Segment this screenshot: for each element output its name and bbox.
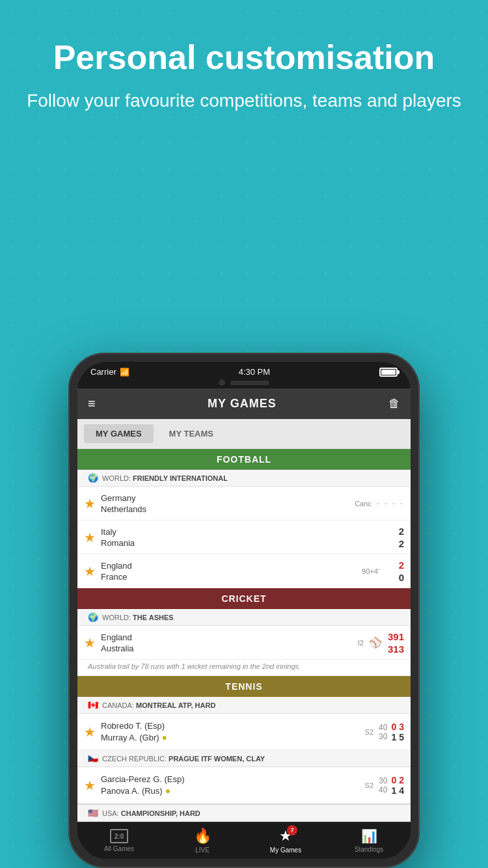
points-col: 40 30 — [379, 723, 387, 741]
camera-dot — [219, 379, 225, 386]
match-teams: Germany Netherlands — [101, 493, 355, 514]
match-status: I2 — [358, 639, 364, 647]
team-name: Germany — [101, 493, 355, 503]
app-screen: ≡ MY GAMES 🗑 MY GAMES MY TEAMS FOOTBALL … — [77, 388, 411, 822]
league-flag: 🇨🇿 — [88, 753, 98, 763]
score-col2: 2 4 — [399, 775, 404, 796]
match-row-tennis-2: ★ Garcia-Perez G. (Esp) Panova A. (Rus) … — [77, 767, 411, 804]
cricket-note: Australia trail by 78 runs with 1 wicket… — [77, 660, 411, 676]
score-value: 2 — [399, 538, 404, 549]
favorite-star[interactable]: ★ — [84, 496, 96, 511]
score-col2: 3 5 — [399, 722, 404, 742]
badge-count: 7 — [287, 825, 297, 835]
favorite-star[interactable]: ★ — [84, 530, 96, 545]
hero-title: Personal customisation — [26, 39, 462, 76]
league-name: USA: CHAMPIONSHIP, HARD — [102, 809, 200, 817]
phone-mockup: Carrier 📶 4:30 PM ≡ MY GAMES 🗑 — [68, 353, 420, 868]
sport-header-cricket: CRICKET — [77, 588, 411, 609]
trash-icon[interactable]: 🗑 — [388, 397, 400, 411]
set-info: S2 — [365, 728, 373, 736]
app-header: ≡ MY GAMES 🗑 — [77, 388, 411, 419]
league-name: CZECH REPUBLIC: PRAGUE ITF WOMEN, CLAY — [102, 755, 265, 763]
speaker-bar — [230, 381, 269, 385]
team-name: England — [101, 561, 362, 571]
tab-my-games[interactable]: MY GAMES — [84, 424, 154, 443]
league-flag: 🌍 — [88, 473, 98, 483]
match-row-tennis: ★ Robredo T. (Esp) Murray A. (Gbr) ● S2 … — [77, 714, 411, 750]
nav-label: All Games — [104, 845, 134, 852]
nav-standings[interactable]: 📊 Standings — [327, 822, 411, 859]
match-row: ★ Italy Romania 2 2 — [77, 521, 411, 554]
score-value: 313 — [388, 644, 404, 655]
match-row: ★ Germany Netherlands Canc - - - - — [77, 487, 411, 521]
tab-my-teams[interactable]: MY TEAMS — [157, 424, 225, 443]
nav-all-games[interactable]: 2:0 All Games — [77, 822, 161, 859]
favorite-star[interactable]: ★ — [84, 635, 96, 651]
bottom-nav: 2:0 All Games 🔥 LIVE ★ 7 My Games 📊 — [77, 822, 411, 859]
league-row-prague: 🇨🇿 CZECH REPUBLIC: PRAGUE ITF WOMEN, CLA… — [77, 750, 411, 767]
nav-live[interactable]: 🔥 LIVE — [161, 822, 244, 859]
sport-header-football: FOOTBALL — [77, 449, 411, 470]
match-scores: 2 0 — [385, 560, 404, 583]
score-value: - - - - — [377, 498, 404, 508]
carrier-text: Carrier — [90, 367, 116, 377]
team-name: Panova A. (Rus) ● — [101, 785, 365, 796]
team-name: Murray A. (Gbr) ● — [101, 732, 365, 742]
favorite-star[interactable]: ★ — [84, 724, 96, 740]
match-scores: 391 313 — [385, 631, 404, 655]
wifi-icon: 📶 — [120, 368, 129, 377]
points-col: 30 40 — [379, 776, 387, 794]
match-teams: England France — [101, 561, 362, 582]
score-value: 0 — [399, 572, 404, 583]
carrier-info: Carrier 📶 — [90, 367, 129, 377]
tennis-ball-icon: ● — [165, 785, 170, 796]
league-row-friendly: 🌍 WORLD: FRIENDLY INTERNATIONAL — [77, 470, 411, 487]
score-col1: 0 1 — [391, 775, 396, 796]
league-flag: 🇺🇸 — [88, 808, 98, 818]
match-status: 90+4' — [362, 567, 379, 575]
all-games-icon: 2:0 — [110, 829, 128, 843]
match-teams: England Australia — [101, 632, 358, 653]
hero-subtitle: Follow your favourite competitions, team… — [26, 89, 462, 113]
league-name: CANADA: MONTREAL ATP, HARD — [102, 701, 215, 709]
tennis-ball-icon: ● — [162, 732, 167, 742]
match-teams: Italy Romania — [101, 527, 385, 548]
league-row-usa: 🇺🇸 USA: CHAMPIONSHIP, HARD — [77, 804, 411, 822]
team-name: Garcia-Perez G. (Esp) — [101, 774, 365, 784]
sport-header-tennis: TENNIS — [77, 676, 411, 697]
match-teams: Garcia-Perez G. (Esp) Panova A. (Rus) ● — [101, 774, 365, 796]
match-scores: - - - - — [377, 498, 404, 508]
status-bar: Carrier 📶 4:30 PM — [77, 362, 411, 379]
match-status: Canc — [355, 500, 372, 508]
team-name: England — [101, 632, 358, 642]
nav-label: LIVE — [195, 847, 210, 854]
my-games-badge-wrapper: ★ 7 — [279, 828, 292, 845]
league-name: WORLD: FRIENDLY INTERNATIONAL — [102, 474, 228, 482]
cricket-icon: ⚾ — [369, 636, 382, 649]
match-scores: 2 2 — [385, 526, 404, 549]
match-teams: Robredo T. (Esp) Murray A. (Gbr) ● — [101, 721, 365, 742]
set-info: S2 — [365, 781, 373, 789]
time-display: 4:30 PM — [239, 367, 270, 377]
favorite-star[interactable]: ★ — [84, 778, 96, 793]
match-row-cricket: ★ England Australia I2 ⚾ 391 313 — [77, 626, 411, 660]
menu-icon[interactable]: ≡ — [88, 396, 96, 411]
score-col1: 0 1 — [391, 722, 396, 742]
league-flag: 🌍 — [88, 612, 98, 622]
team-name: France — [101, 572, 362, 582]
favorite-star[interactable]: ★ — [84, 563, 96, 579]
league-name: WORLD: THE ASHES — [102, 614, 174, 621]
battery-icon — [379, 368, 398, 377]
team-name: Australia — [101, 644, 358, 653]
nav-label: My Games — [270, 847, 301, 854]
league-row-montreal: 🇨🇦 CANADA: MONTREAL ATP, HARD — [77, 697, 411, 714]
score-value: 391 — [388, 631, 404, 642]
phone-notch — [77, 379, 411, 388]
team-name: Italy — [101, 527, 385, 537]
nav-my-games[interactable]: ★ 7 My Games — [244, 822, 327, 859]
league-row-ashes: 🌍 WORLD: THE ASHES — [77, 609, 411, 626]
score-value: 2 — [399, 560, 404, 571]
fire-icon: 🔥 — [194, 828, 211, 845]
match-row: ★ England France 90+4' 2 0 — [77, 554, 411, 588]
league-flag: 🇨🇦 — [88, 700, 98, 710]
